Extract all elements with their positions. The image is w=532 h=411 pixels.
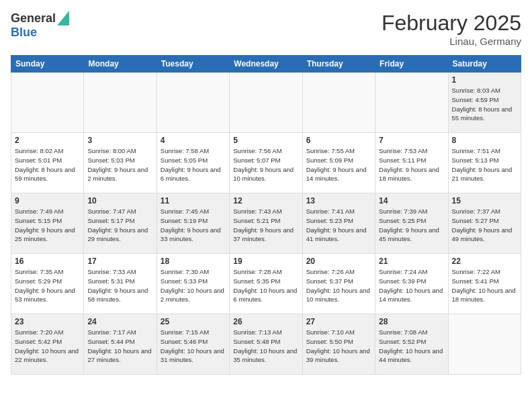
page-header: General Blue February 2025 Linau, German… (11, 11, 521, 47)
day-info: Sunrise: 7:30 AM Sunset: 5:33 PM Dayligh… (161, 267, 226, 304)
day-number: 18 (161, 257, 226, 266)
calendar-day-cell: 13Sunrise: 7:41 AM Sunset: 5:23 PM Dayli… (302, 193, 375, 254)
day-info: Sunrise: 7:17 AM Sunset: 5:44 PM Dayligh… (87, 328, 152, 365)
calendar-day-cell (11, 73, 84, 133)
weekday-header-friday: Friday (375, 56, 448, 73)
day-number: 26 (233, 317, 298, 326)
calendar-day-cell: 26Sunrise: 7:13 AM Sunset: 5:48 PM Dayli… (230, 314, 302, 375)
day-info: Sunrise: 7:49 AM Sunset: 5:15 PM Dayligh… (15, 207, 80, 244)
day-info: Sunrise: 7:47 AM Sunset: 5:17 PM Dayligh… (87, 207, 152, 244)
day-info: Sunrise: 7:39 AM Sunset: 5:25 PM Dayligh… (379, 207, 444, 244)
calendar-day-cell: 11Sunrise: 7:45 AM Sunset: 5:19 PM Dayli… (157, 193, 229, 254)
day-info: Sunrise: 7:26 AM Sunset: 5:37 PM Dayligh… (306, 267, 371, 304)
calendar-week-row: 16Sunrise: 7:35 AM Sunset: 5:29 PM Dayli… (11, 254, 521, 314)
day-number: 10 (87, 196, 152, 205)
calendar-day-cell: 22Sunrise: 7:22 AM Sunset: 5:41 PM Dayli… (448, 254, 521, 314)
day-number: 17 (87, 257, 152, 266)
calendar-day-cell: 6Sunrise: 7:55 AM Sunset: 5:09 PM Daylig… (302, 133, 375, 193)
day-number: 15 (452, 196, 517, 205)
calendar-week-row: 2Sunrise: 8:02 AM Sunset: 5:01 PM Daylig… (11, 133, 521, 193)
calendar-day-cell (375, 73, 448, 133)
day-number: 11 (161, 196, 226, 205)
calendar-day-cell: 14Sunrise: 7:39 AM Sunset: 5:25 PM Dayli… (375, 193, 448, 254)
day-info: Sunrise: 7:35 AM Sunset: 5:29 PM Dayligh… (15, 267, 80, 304)
calendar-day-cell: 19Sunrise: 7:28 AM Sunset: 5:35 PM Dayli… (230, 254, 302, 314)
calendar-day-cell: 8Sunrise: 7:51 AM Sunset: 5:13 PM Daylig… (448, 133, 521, 193)
day-number: 4 (161, 136, 226, 145)
calendar-day-cell: 3Sunrise: 8:00 AM Sunset: 5:03 PM Daylig… (84, 133, 157, 193)
calendar-day-cell: 4Sunrise: 7:58 AM Sunset: 5:05 PM Daylig… (157, 133, 229, 193)
calendar-header-row: SundayMondayTuesdayWednesdayThursdayFrid… (11, 56, 521, 73)
calendar-day-cell: 23Sunrise: 7:20 AM Sunset: 5:42 PM Dayli… (11, 314, 84, 375)
calendar-week-row: 1Sunrise: 8:03 AM Sunset: 4:59 PM Daylig… (11, 73, 521, 133)
logo-triangle-icon (57, 11, 69, 26)
day-number: 24 (87, 317, 152, 326)
day-number: 2 (15, 136, 80, 145)
weekday-header-saturday: Saturday (448, 56, 521, 73)
weekday-header-thursday: Thursday (302, 56, 375, 73)
logo: General Blue (11, 11, 69, 40)
month-title: February 2025 (382, 11, 521, 36)
day-number: 28 (379, 317, 444, 326)
day-number: 5 (233, 136, 298, 145)
day-info: Sunrise: 7:20 AM Sunset: 5:42 PM Dayligh… (15, 328, 80, 365)
weekday-header-monday: Monday (84, 56, 157, 73)
day-info: Sunrise: 7:13 AM Sunset: 5:48 PM Dayligh… (233, 328, 298, 365)
day-info: Sunrise: 7:28 AM Sunset: 5:35 PM Dayligh… (233, 267, 298, 304)
day-info: Sunrise: 8:02 AM Sunset: 5:01 PM Dayligh… (15, 146, 80, 183)
day-number: 25 (161, 317, 226, 326)
day-number: 21 (379, 257, 444, 266)
day-number: 6 (306, 136, 371, 145)
day-info: Sunrise: 7:56 AM Sunset: 5:07 PM Dayligh… (233, 146, 298, 183)
day-info: Sunrise: 7:15 AM Sunset: 5:46 PM Dayligh… (161, 328, 226, 365)
day-number: 3 (87, 136, 152, 145)
day-info: Sunrise: 7:51 AM Sunset: 5:13 PM Dayligh… (452, 146, 517, 183)
day-info: Sunrise: 7:24 AM Sunset: 5:39 PM Dayligh… (379, 267, 444, 304)
calendar-day-cell: 9Sunrise: 7:49 AM Sunset: 5:15 PM Daylig… (11, 193, 84, 254)
day-number: 1 (452, 75, 517, 85)
day-info: Sunrise: 8:00 AM Sunset: 5:03 PM Dayligh… (87, 146, 152, 183)
calendar-day-cell: 7Sunrise: 7:53 AM Sunset: 5:11 PM Daylig… (375, 133, 448, 193)
logo-general-text: General (11, 11, 56, 26)
calendar-day-cell: 10Sunrise: 7:47 AM Sunset: 5:17 PM Dayli… (84, 193, 157, 254)
calendar-day-cell: 25Sunrise: 7:15 AM Sunset: 5:46 PM Dayli… (157, 314, 229, 375)
day-info: Sunrise: 7:08 AM Sunset: 5:52 PM Dayligh… (379, 328, 444, 365)
day-number: 13 (306, 196, 371, 205)
day-info: Sunrise: 7:55 AM Sunset: 5:09 PM Dayligh… (306, 146, 371, 183)
day-info: Sunrise: 7:53 AM Sunset: 5:11 PM Dayligh… (379, 146, 444, 183)
title-area: February 2025 Linau, Germany (382, 11, 521, 47)
day-info: Sunrise: 7:37 AM Sunset: 5:27 PM Dayligh… (452, 207, 517, 244)
day-info: Sunrise: 7:43 AM Sunset: 5:21 PM Dayligh… (233, 207, 298, 244)
calendar-day-cell (157, 73, 229, 133)
calendar-day-cell: 28Sunrise: 7:08 AM Sunset: 5:52 PM Dayli… (375, 314, 448, 375)
day-info: Sunrise: 7:58 AM Sunset: 5:05 PM Dayligh… (161, 146, 226, 183)
calendar-table: SundayMondayTuesdayWednesdayThursdayFrid… (11, 55, 521, 375)
day-number: 16 (15, 257, 80, 266)
day-number: 7 (379, 136, 444, 145)
day-info: Sunrise: 7:22 AM Sunset: 5:41 PM Dayligh… (452, 267, 517, 304)
day-number: 20 (306, 257, 371, 266)
weekday-header-sunday: Sunday (11, 56, 84, 73)
day-number: 23 (15, 317, 80, 326)
calendar-day-cell: 5Sunrise: 7:56 AM Sunset: 5:07 PM Daylig… (230, 133, 302, 193)
calendar-day-cell: 21Sunrise: 7:24 AM Sunset: 5:39 PM Dayli… (375, 254, 448, 314)
day-number: 14 (379, 196, 444, 205)
day-number: 9 (15, 196, 80, 205)
day-info: Sunrise: 7:45 AM Sunset: 5:19 PM Dayligh… (161, 207, 226, 244)
day-number: 27 (306, 317, 371, 326)
calendar-day-cell (230, 73, 302, 133)
day-number: 22 (452, 257, 517, 266)
calendar-day-cell: 20Sunrise: 7:26 AM Sunset: 5:37 PM Dayli… (302, 254, 375, 314)
calendar-day-cell: 27Sunrise: 7:10 AM Sunset: 5:50 PM Dayli… (302, 314, 375, 375)
calendar-week-row: 9Sunrise: 7:49 AM Sunset: 5:15 PM Daylig… (11, 193, 521, 254)
location-title: Linau, Germany (382, 36, 521, 47)
day-number: 19 (233, 257, 298, 266)
calendar-day-cell: 1Sunrise: 8:03 AM Sunset: 4:59 PM Daylig… (448, 73, 521, 133)
day-info: Sunrise: 8:03 AM Sunset: 4:59 PM Dayligh… (452, 86, 517, 123)
day-number: 12 (233, 196, 298, 205)
day-number: 8 (452, 136, 517, 145)
calendar-day-cell (448, 314, 521, 375)
calendar-day-cell: 18Sunrise: 7:30 AM Sunset: 5:33 PM Dayli… (157, 254, 229, 314)
weekday-header-tuesday: Tuesday (157, 56, 229, 73)
logo-blue-text: Blue (11, 26, 37, 40)
